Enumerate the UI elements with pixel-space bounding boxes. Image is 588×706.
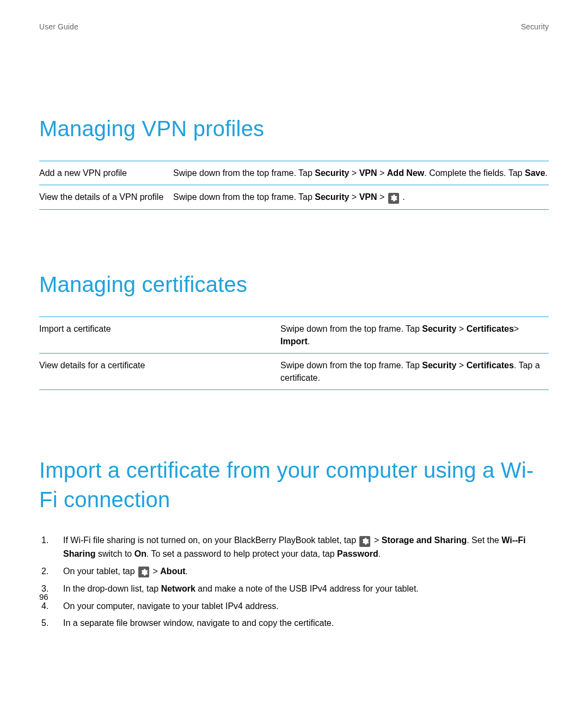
row-label: View the details of a VPN profile (39, 191, 173, 204)
list-item: If Wi-Fi file sharing is not turned on, … (39, 534, 549, 561)
header-left: User Guide (39, 22, 78, 32)
row-label: Add a new VPN profile (39, 167, 173, 179)
table-certificates: Import a certificate Swipe down from the… (39, 317, 549, 391)
page-header: User Guide Security (39, 22, 549, 32)
gear-icon (138, 567, 149, 577)
list-item: On your tablet, tap > About. (39, 565, 549, 579)
steps-list: If Wi-Fi file sharing is not turned on, … (39, 534, 549, 630)
table-row: Import a certificate Swipe down from the… (39, 317, 549, 354)
list-item: In the drop-down list, tap Network and m… (39, 582, 549, 596)
row-label: View details for a certificate (39, 359, 280, 384)
list-item: On your computer, navigate to your table… (39, 600, 549, 613)
row-description: Swipe down from the top frame. Tap Secur… (280, 359, 549, 384)
gear-icon (359, 536, 370, 547)
gear-icon (388, 193, 399, 204)
heading-certificates: Managing certificates (39, 270, 549, 299)
section-import-cert-wifi: Import a certificate from your computer … (39, 455, 549, 630)
page-number: 96 (39, 592, 48, 602)
row-label: Import a certificate (39, 322, 280, 348)
section-certificates: Managing certificates Import a certifica… (39, 270, 549, 391)
table-row: View the details of a VPN profile Swipe … (39, 185, 549, 210)
header-right: Security (521, 22, 549, 32)
page: User Guide Security Managing VPN profile… (0, 0, 588, 706)
table-row: View details for a certificate Swipe dow… (39, 354, 549, 390)
row-description: Swipe down from the top frame. Tap Secur… (173, 191, 549, 204)
heading-import-cert-wifi: Import a certificate from your computer … (39, 455, 549, 514)
heading-vpn-profiles: Managing VPN profiles (39, 114, 549, 143)
row-description: Swipe down from the top frame. Tap Secur… (280, 322, 549, 348)
table-row: Add a new VPN profile Swipe down from th… (39, 161, 549, 185)
row-description: Swipe down from the top frame. Tap Secur… (173, 167, 549, 179)
table-vpn-profiles: Add a new VPN profile Swipe down from th… (39, 161, 549, 210)
list-item: In a separate file browser window, navig… (39, 617, 549, 630)
